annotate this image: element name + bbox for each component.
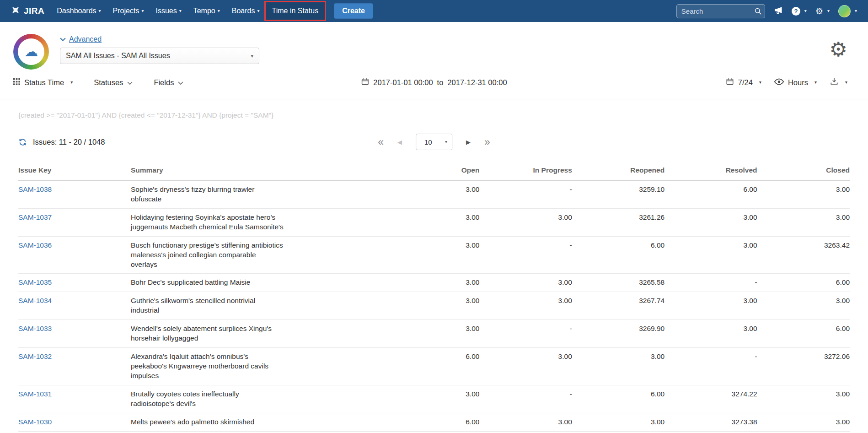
cell-issue-key: SAM-1036 (18, 236, 131, 274)
caret-down-icon: ▾ (179, 9, 182, 13)
issue-key-link[interactable]: SAM-1034 (18, 297, 52, 304)
nav-item-tempo[interactable]: Tempo ▾ (188, 0, 226, 22)
nav-item-boards[interactable]: Boards ▾ (226, 0, 266, 22)
issue-summary: Wendell's solely abatement surplices Xin… (131, 324, 284, 343)
issue-key-link[interactable]: SAM-1030 (18, 418, 52, 426)
nav-left: JIRA Dashboards ▾ Projects ▾ Issues ▾ Te… (11, 0, 373, 22)
cell-open: 3.00 (387, 208, 479, 236)
filter-column: Advanced SAM All Issues - SAM All Issues… (60, 34, 259, 70)
report-type-dropdown[interactable]: Status Time ▾ (13, 78, 73, 87)
column-header-open[interactable]: Open (387, 161, 479, 181)
cell-open: 3.00 (387, 431, 479, 433)
issues-table: Issue Key Summary Open In Progress Reope… (18, 161, 850, 433)
cell-closed: 3272.06 (757, 348, 850, 385)
feedback-megaphone-button[interactable] (774, 5, 783, 16)
issues-table-body: SAM-1038 Sophie's dryness's fizzy blurri… (18, 181, 850, 433)
fields-dropdown[interactable]: Fields (154, 78, 183, 87)
page-size-select[interactable]: 10 ▾ (416, 134, 452, 150)
column-header-issue-key[interactable]: Issue Key (18, 161, 131, 181)
fields-label: Fields (154, 78, 174, 87)
cell-in-progress: - (479, 320, 572, 348)
jira-logo[interactable]: JIRA (11, 5, 44, 16)
grid-icon (13, 78, 20, 87)
cell-reopened: 3267.74 (572, 292, 664, 320)
previous-page-button[interactable]: ◀ (397, 139, 402, 146)
issue-key-link[interactable]: SAM-1033 (18, 325, 52, 332)
statuses-dropdown[interactable]: Statuses (94, 78, 133, 87)
cell-summary: Stampeded Gumbel keypunch measures hints… (131, 431, 387, 433)
avatar (838, 5, 851, 17)
cell-in-progress: - (479, 236, 572, 274)
nav-item-issues[interactable]: Issues ▾ (150, 0, 187, 22)
issue-row: SAM-1031 Brutally coyotes cotes ineffect… (18, 385, 850, 413)
calendar-mode-dropdown[interactable]: 7/24 ▾ (726, 77, 761, 87)
next-page-button[interactable]: ▶ (466, 139, 471, 146)
column-header-in-progress[interactable]: In Progress (479, 161, 572, 181)
page-settings-gear-button[interactable]: ⚙ (830, 39, 847, 70)
nav-right: ? ▾ ⚙ ▾ ▾ (676, 0, 857, 22)
issue-key-link[interactable]: SAM-1032 (18, 352, 52, 360)
cell-open: 3.00 (387, 385, 479, 413)
issue-row: SAM-1030 Melts pewee's ado palmetto skir… (18, 413, 850, 431)
nav-item-time-in-status[interactable]: Time in Status (266, 2, 325, 20)
cell-open: 3.00 (387, 274, 479, 292)
create-button[interactable]: Create (334, 3, 373, 19)
issue-row: SAM-1032 Alexandra's Iqaluit attach's om… (18, 348, 850, 385)
cell-in-progress: 3.00 (479, 274, 572, 292)
cell-resolved: 3.00 (664, 320, 757, 348)
first-page-button[interactable]: « (378, 137, 384, 147)
export-dropdown[interactable]: ▾ (830, 77, 847, 88)
cell-closed: 3.00 (757, 181, 850, 209)
cell-closed: 6.00 (757, 274, 850, 292)
cell-resolved: 6.00 (664, 181, 757, 209)
issue-row: SAM-1029 Stampeded Gumbel keypunch measu… (18, 431, 850, 433)
caret-down-icon: ▾ (218, 9, 220, 13)
date-range-picker[interactable]: 2017-01-01 00:00 to 2017-12-31 00:00 (361, 77, 507, 87)
nav-item-projects[interactable]: Projects ▾ (107, 0, 150, 22)
user-menu-button[interactable]: ▾ (838, 5, 857, 17)
statuses-label: Statuses (94, 78, 123, 87)
cell-summary: Alexandra's Iqaluit attach's omnibus's p… (131, 348, 387, 385)
issue-key-link[interactable]: SAM-1035 (18, 278, 52, 286)
nav-item-label: Boards (232, 7, 255, 15)
cell-resolved: 3.00 (664, 236, 757, 274)
cell-in-progress: - (479, 431, 572, 433)
issue-row: SAM-1035 Bohr Dec's supplicated battling… (18, 274, 850, 292)
issues-count-label: Issues: 11 - 20 / 1048 (33, 138, 105, 146)
issue-key-link[interactable]: SAM-1037 (18, 213, 52, 221)
cell-issue-key: SAM-1032 (18, 348, 131, 385)
nav-item-label: Dashboards (57, 7, 96, 15)
search-input[interactable] (676, 4, 765, 18)
cell-reopened: 3269.90 (572, 320, 664, 348)
last-page-button[interactable]: » (484, 137, 490, 147)
gear-icon: ⚙ (815, 7, 823, 16)
column-header-reopened[interactable]: Reopened (572, 161, 664, 181)
refresh-button[interactable] (18, 138, 27, 146)
display-unit-dropdown[interactable]: Hours ▾ (774, 78, 817, 87)
jira-logo-icon (11, 5, 20, 16)
advanced-link[interactable]: Advanced (60, 35, 102, 43)
issue-summary: Brutally coyotes cotes ineffectually rad… (131, 390, 284, 409)
nav-item-dashboards[interactable]: Dashboards ▾ (51, 0, 107, 22)
cell-reopened: 3265.58 (572, 274, 664, 292)
issue-key-link[interactable]: SAM-1038 (18, 185, 52, 193)
cell-issue-key: SAM-1037 (18, 208, 131, 236)
caret-down-icon: ▾ (759, 80, 761, 85)
help-menu-button[interactable]: ? ▾ (792, 7, 807, 16)
caret-down-icon: ▾ (855, 9, 857, 13)
cell-summary: Brutally coyotes cotes ineffectually rad… (131, 385, 387, 413)
nav-item-label: Tempo (193, 7, 215, 15)
cell-closed: 3.00 (757, 385, 850, 413)
admin-settings-button[interactable]: ⚙ ▾ (815, 7, 830, 16)
issue-key-link[interactable]: SAM-1031 (18, 390, 52, 398)
column-header-resolved[interactable]: Resolved (664, 161, 757, 181)
cell-issue-key: SAM-1034 (18, 292, 131, 320)
cell-closed: 6.00 (757, 320, 850, 348)
column-header-closed[interactable]: Closed (757, 161, 850, 181)
issue-key-link[interactable]: SAM-1036 (18, 241, 52, 249)
nav-item-label: Time in Status (272, 7, 319, 15)
issue-summary: Alexandra's Iqaluit attach's omnibus's p… (131, 352, 284, 381)
column-header-summary[interactable]: Summary (131, 161, 387, 181)
saved-filter-select[interactable]: SAM All Issues - SAM All Issues ▾ (60, 48, 259, 64)
chevron-down-icon (60, 35, 66, 43)
